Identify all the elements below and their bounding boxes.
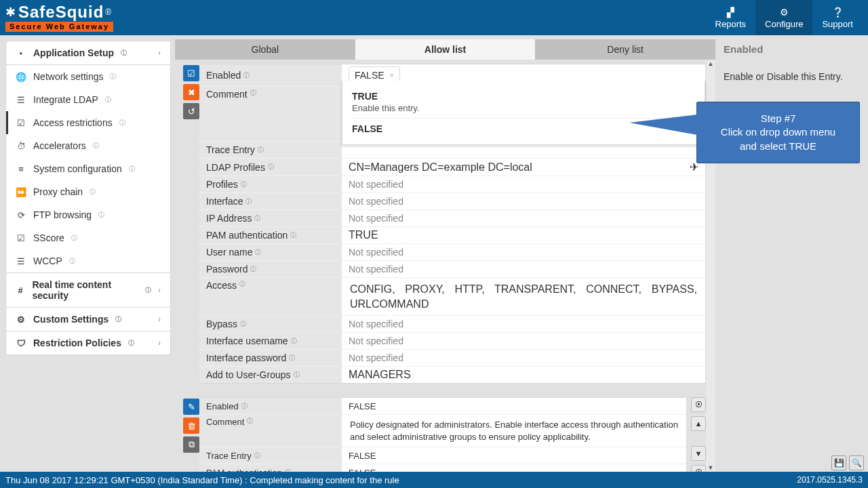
- value-text: Not specified: [349, 352, 403, 363]
- nav-reports[interactable]: ▞ Reports: [706, 0, 756, 35]
- pam-value[interactable]: TRUE: [342, 227, 705, 243]
- sidebar-item-ldap[interactable]: ☰Integrate LDAPⓘ: [6, 88, 170, 111]
- refresh-icon: ⟳: [16, 210, 26, 220]
- pass-value[interactable]: Not specified: [342, 261, 705, 277]
- info-icon: ⓘ: [119, 119, 125, 127]
- sidebar-head-custom[interactable]: ⚙Custom Settingsⓘ›: [6, 308, 170, 331]
- addgrp-value[interactable]: MANAGERS: [342, 367, 705, 383]
- revert-button[interactable]: ↺: [183, 103, 199, 119]
- brand-name: SafeSquid: [18, 4, 104, 20]
- help-body: Enable or Disable this Entry.: [724, 71, 860, 82]
- row-label: Bypass: [206, 319, 237, 329]
- move-down-button[interactable]: ▼: [691, 446, 706, 461]
- row-label: LDAP Profiles: [206, 162, 265, 173]
- enabled-dropdown[interactable]: FALSE × TRUE Enable this entry. FALSE: [342, 64, 705, 86]
- help-title: Enabled: [724, 42, 860, 55]
- tab-deny-list[interactable]: Deny list: [535, 39, 715, 60]
- sidebar-item-accel[interactable]: ⏱Acceleratorsⓘ: [6, 134, 170, 157]
- access-value[interactable]: CONFIG, PROXY, HTTP, TRANSPARENT, CONNEC…: [342, 278, 705, 315]
- sidebar-label: FTP browsing: [33, 209, 92, 220]
- row-label: Enabled: [206, 70, 241, 81]
- sidebar-head-app-setup[interactable]: 🞍 Application Setup ⓘ ›: [6, 41, 170, 64]
- check-icon: ☑: [16, 118, 26, 128]
- row-label: User name: [206, 247, 252, 258]
- info-icon: ⓘ: [243, 71, 250, 80]
- tutorial-callout: Step #7 Click on drop down menu and sele…: [696, 102, 860, 163]
- save-button[interactable]: ☑: [183, 65, 199, 81]
- sidebar-item-wccp[interactable]: ☰WCCPⓘ: [6, 249, 170, 272]
- sidebar: 🞍 Application Setup ⓘ › 🌐Network setting…: [0, 35, 175, 472]
- interface-value[interactable]: Not specified: [342, 193, 705, 209]
- nav-label: Configure: [765, 19, 803, 29]
- ifuser-value[interactable]: Not specified: [342, 333, 705, 349]
- enabled-value: FALSE: [342, 398, 686, 414]
- callout-line2: and select TRUE: [705, 140, 851, 153]
- callout-arrow-icon: [629, 115, 697, 135]
- info-icon: ⓘ: [258, 146, 264, 155]
- brand-registered: ®: [105, 8, 111, 16]
- hash-icon: #: [16, 285, 25, 296]
- info-icon: ⓘ: [290, 231, 296, 240]
- delete-button[interactable]: 🗑: [183, 418, 199, 434]
- user-value[interactable]: Not specified: [342, 244, 705, 260]
- chevron-right-icon: ›: [158, 48, 161, 58]
- entry-readonly: ✎ 🗑 ⧉ EnabledⓘFALSE CommentⓘPolicy desig…: [175, 397, 706, 472]
- info-icon: ⓘ: [241, 402, 248, 411]
- sidebar-item-access-restrictions[interactable]: ☑Access restrictionsⓘ: [6, 111, 170, 134]
- move-top-button[interactable]: ⦿: [691, 397, 706, 412]
- sidebar-item-sscore[interactable]: ☑SScoreⓘ: [6, 226, 170, 249]
- move-bottom-button[interactable]: ⦿: [691, 465, 706, 472]
- sidebar-head-restriction[interactable]: 🛡Restriction Policiesⓘ›: [6, 331, 170, 354]
- info-icon: ⓘ: [240, 320, 246, 329]
- chevron-right-icon: ›: [158, 285, 161, 295]
- sidebar-label: Custom Settings: [33, 314, 108, 325]
- ip-value[interactable]: Not specified: [342, 210, 705, 226]
- tab-global[interactable]: Global: [175, 39, 355, 60]
- bypass-value[interactable]: Not specified: [342, 316, 705, 332]
- sidebar-item-proxychain[interactable]: ⏩Proxy chainⓘ: [6, 180, 170, 203]
- ifpass-value[interactable]: Not specified: [342, 350, 705, 366]
- clone-button[interactable]: ⧉: [183, 436, 199, 453]
- info-icon: ⓘ: [245, 197, 252, 206]
- info-icon: ⓘ: [110, 73, 116, 81]
- info-icon: ⓘ: [294, 371, 300, 380]
- sidebar-item-ftp[interactable]: ⟳FTP browsingⓘ: [6, 203, 170, 226]
- info-icon: ⓘ: [93, 142, 99, 150]
- sidebar-item-network[interactable]: 🌐Network settingsⓘ: [6, 65, 170, 88]
- ldap-value[interactable]: CN=Managers DC=example DC=local✈: [342, 159, 705, 176]
- dropdown-option-true[interactable]: TRUE Enable this entry.: [352, 86, 695, 118]
- chip-clear-icon[interactable]: ×: [390, 71, 394, 79]
- entry-editing: ☑ ✖ ↺ Enabledⓘ FALSE ×: [175, 64, 706, 384]
- value-text: Not specified: [349, 264, 403, 274]
- status-bar: Thu Jun 08 2017 12:29:21 GMT+0530 (India…: [0, 472, 868, 488]
- profiles-value[interactable]: Not specified: [342, 176, 705, 192]
- move-up-button[interactable]: ▲: [691, 416, 706, 431]
- info-icon: ⓘ: [128, 339, 134, 348]
- tabs: Global Allow list Deny list: [175, 39, 715, 60]
- brand-logo-icon: ✱: [5, 6, 16, 18]
- header-nav: ▞ Reports ⚙ Configure ❔ Support: [706, 0, 863, 35]
- save-config-button[interactable]: 💾: [831, 455, 846, 470]
- scroll-down-icon[interactable]: ▼: [706, 464, 715, 472]
- nav-label: Reports: [715, 19, 747, 29]
- scroll-up-icon[interactable]: ▲: [706, 60, 715, 68]
- brand: ✱ SafeSquid ® Secure Web Gateway: [5, 4, 113, 32]
- help-panel: Enabled Enable or Disable this Entry. St…: [715, 35, 868, 472]
- row-label: IP Address: [206, 213, 252, 224]
- info-icon: ⓘ: [241, 180, 247, 189]
- row-label: Interface: [206, 196, 243, 207]
- row-label: Profiles: [206, 179, 238, 190]
- gauge-icon: ⏱: [16, 141, 26, 151]
- cancel-button[interactable]: ✖: [183, 84, 199, 100]
- nav-support[interactable]: ❔ Support: [812, 0, 863, 35]
- nav-configure[interactable]: ⚙ Configure: [755, 0, 812, 35]
- tab-allow-list[interactable]: Allow list: [355, 39, 536, 60]
- info-icon: ⓘ: [105, 96, 111, 104]
- sidebar-head-realtime[interactable]: #Real time content securityⓘ›: [6, 273, 170, 307]
- row-label: Comment: [206, 89, 248, 100]
- sidebar-item-sysconf[interactable]: ≡System configurationⓘ: [6, 157, 170, 180]
- row-label: PAM authentication: [206, 230, 288, 241]
- search-button[interactable]: 🔍: [849, 455, 864, 470]
- edit-button[interactable]: ✎: [183, 399, 199, 415]
- app-header: ✱ SafeSquid ® Secure Web Gateway ▞ Repor…: [0, 0, 868, 35]
